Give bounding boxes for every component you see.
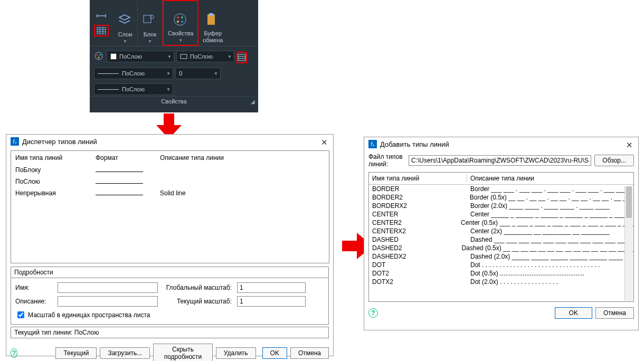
hide-details-button[interactable]: Скрыть подробности	[153, 344, 213, 361]
panel-properties[interactable]: Свойства▼	[163, 0, 198, 46]
list-item[interactable]: BORDER2Border (0.5x) __ __ . __ __ . __ …	[369, 193, 633, 202]
label-name: Имя:	[15, 284, 52, 291]
svg-point-6	[177, 21, 179, 23]
svg-rect-14	[181, 54, 187, 59]
table-icon[interactable]	[94, 25, 109, 36]
help-icon[interactable]: ?	[11, 348, 17, 358]
svg-point-10	[95, 52, 102, 60]
list-item[interactable]: DASHED2Dashed (0.5x) __ __ __ __ __ __ _…	[369, 244, 633, 252]
col-desc[interactable]: Описание типа линии	[157, 152, 328, 164]
current-button[interactable]: Текущий	[55, 347, 97, 359]
list-item[interactable]: DASHEDX2Dashed (2.0x) _____ _____ _____ …	[369, 252, 633, 261]
dialog-title: Добавить типы линий	[380, 140, 449, 148]
svg-point-7	[181, 21, 183, 23]
panel-layers[interactable]: Слои▼	[113, 0, 138, 46]
panel-title: Свойства	[161, 98, 186, 104]
svg-rect-15	[238, 54, 245, 61]
linetype-list[interactable]: Имя типа линийОписание типа линии BORDER…	[368, 172, 634, 302]
transparency-combo[interactable]: 0▼	[175, 68, 221, 79]
col-desc[interactable]: Описание типа линии	[467, 175, 633, 182]
linetype-manager-icon[interactable]	[236, 52, 247, 63]
list-item[interactable]: DOTX2Dot (2.0x) . . . . . . . . . . . . …	[369, 278, 633, 286]
paper-units-checkbox[interactable]: Масштаб в единицах пространства листа	[15, 310, 306, 320]
current-linetype-status: Текущий тип линии: ПоСлою	[11, 327, 329, 338]
label-gscale: Глобальный масштаб:	[166, 284, 232, 291]
panel-clipboard[interactable]: Буфер обмена	[198, 0, 227, 46]
current-scale-field[interactable]	[237, 296, 306, 307]
svg-rect-0	[97, 27, 106, 34]
ok-button[interactable]: OK	[555, 307, 592, 319]
file-path-field[interactable]	[409, 155, 591, 166]
col-name[interactable]: Имя типа линий	[12, 152, 91, 164]
svg-point-12	[100, 54, 101, 55]
ribbon-small-tools	[90, 0, 113, 46]
global-scale-field[interactable]	[237, 282, 306, 293]
col-name[interactable]: Имя типа линий	[369, 175, 467, 182]
linetype-combo[interactable]: ПоСлою▼	[94, 68, 173, 79]
linetype-manager-dialog: fₓДиспетчер типов линий ✕ Имя типа линий…	[6, 134, 334, 356]
color-combo[interactable]: ПоСлою▼	[107, 51, 174, 62]
list-item[interactable]: CENTERX2Center (2x) ________ __ ________…	[369, 227, 633, 235]
label-desc: Описание:	[15, 298, 52, 305]
dialog-launcher-icon[interactable]: ◢	[251, 99, 255, 104]
close-icon[interactable]: ✕	[626, 140, 633, 150]
svg-point-3	[174, 14, 186, 25]
name-field[interactable]	[58, 282, 158, 293]
add-linetypes-dialog: fₓДобавить типы линий ✕ Файл типов линий…	[364, 137, 639, 330]
list-item[interactable]: BORDERBorder ___ ___ . ___ ___ . ___ ___…	[369, 185, 633, 193]
scrollbar[interactable]	[624, 186, 633, 301]
linetype-table[interactable]: Имя типа линийФорматОписание типа линии …	[11, 150, 329, 263]
col-format[interactable]: Формат	[92, 152, 156, 164]
svg-rect-1	[144, 15, 151, 23]
table-row[interactable]: НепрерывнаяSolid line	[12, 188, 328, 198]
svg-point-11	[97, 54, 98, 55]
list-item[interactable]: DASHEDDashed ___ ___ ___ ___ ___ ___ ___…	[369, 235, 633, 244]
desc-field[interactable]	[58, 296, 158, 307]
cancel-button[interactable]: Отмена	[290, 347, 329, 359]
app-icon: fₓ	[11, 137, 19, 146]
cancel-button[interactable]: Отмена	[595, 307, 634, 319]
svg-point-4	[177, 16, 179, 18]
help-icon[interactable]: ?	[368, 308, 378, 318]
lineweight-combo[interactable]: ПоСлою▼	[94, 83, 173, 95]
app-icon: fₓ	[368, 140, 377, 148]
list-item[interactable]: DOT2Dot (0.5x) .........................…	[369, 269, 633, 278]
close-icon[interactable]: ✕	[321, 138, 328, 147]
table-row[interactable]: ПоБлоку	[12, 165, 328, 175]
file-label: Файл типов линий:	[368, 153, 405, 168]
details-label: Подробности	[11, 267, 329, 278]
palette-icon[interactable]	[94, 51, 105, 62]
list-item[interactable]: DOTDot . . . . . . . . . . . . . . . . .…	[369, 261, 633, 269]
table-row[interactable]: ПоСлою	[12, 176, 328, 187]
svg-rect-9	[209, 13, 213, 16]
ribbon-properties-panel: Слои▼ Блок▼ Свойства▼ Буфер обмена ПоСло…	[90, 0, 258, 112]
delete-button[interactable]: Удалить	[216, 347, 256, 359]
svg-point-13	[98, 56, 100, 58]
list-item[interactable]: CENTERCenter _____ _ _____ _ _____ _ ___…	[369, 210, 633, 218]
plotstyle-combo[interactable]: ПоСлою▼	[176, 51, 234, 62]
details-box: Имя: Глобальный масштаб: Описание: Текущ…	[11, 278, 329, 325]
list-item[interactable]: BORDERX2Border (2.0x) ____ ____ . ____ _…	[369, 202, 633, 210]
list-item[interactable]: CENTER2Center (0.5x) ___ _ ___ _ ___ _ _…	[369, 218, 633, 227]
dialog-title: Диспетчер типов линий	[22, 138, 97, 146]
load-button[interactable]: Загрузить...	[100, 347, 150, 359]
label-cscale: Текущий масштаб:	[177, 298, 232, 305]
svg-point-5	[181, 16, 183, 18]
browse-button[interactable]: Обзор...	[594, 155, 634, 166]
panel-block[interactable]: Блок▼	[138, 0, 163, 46]
ok-button[interactable]: OK	[262, 347, 287, 359]
dimension-icon[interactable]	[94, 10, 109, 22]
